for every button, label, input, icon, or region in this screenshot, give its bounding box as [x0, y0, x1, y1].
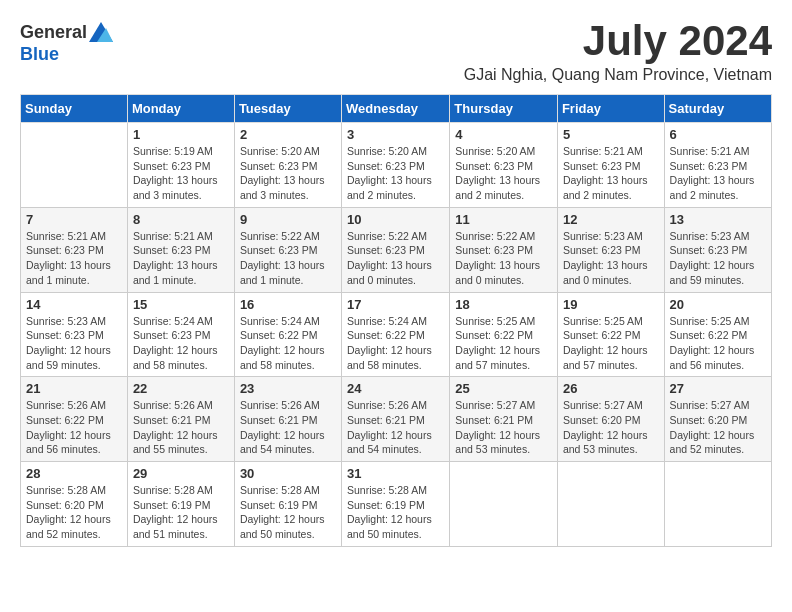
day-info: Sunrise: 5:21 AM Sunset: 6:23 PM Dayligh… [133, 229, 229, 288]
calendar-table: SundayMondayTuesdayWednesdayThursdayFrid… [20, 94, 772, 547]
calendar-week-2: 14Sunrise: 5:23 AM Sunset: 6:23 PM Dayli… [21, 292, 772, 377]
day-number: 12 [563, 212, 659, 227]
day-info: Sunrise: 5:22 AM Sunset: 6:23 PM Dayligh… [347, 229, 444, 288]
calendar-cell: 10Sunrise: 5:22 AM Sunset: 6:23 PM Dayli… [342, 207, 450, 292]
day-info: Sunrise: 5:26 AM Sunset: 6:22 PM Dayligh… [26, 398, 122, 457]
calendar-cell: 13Sunrise: 5:23 AM Sunset: 6:23 PM Dayli… [664, 207, 771, 292]
header-tuesday: Tuesday [234, 95, 341, 123]
day-number: 24 [347, 381, 444, 396]
day-info: Sunrise: 5:21 AM Sunset: 6:23 PM Dayligh… [563, 144, 659, 203]
calendar-week-1: 7Sunrise: 5:21 AM Sunset: 6:23 PM Daylig… [21, 207, 772, 292]
day-info: Sunrise: 5:23 AM Sunset: 6:23 PM Dayligh… [26, 314, 122, 373]
day-number: 19 [563, 297, 659, 312]
day-number: 25 [455, 381, 552, 396]
day-number: 4 [455, 127, 552, 142]
month-title: July 2024 [464, 20, 772, 62]
header-wednesday: Wednesday [342, 95, 450, 123]
day-number: 10 [347, 212, 444, 227]
calendar-cell: 17Sunrise: 5:24 AM Sunset: 6:22 PM Dayli… [342, 292, 450, 377]
day-number: 29 [133, 466, 229, 481]
calendar-cell: 1Sunrise: 5:19 AM Sunset: 6:23 PM Daylig… [127, 123, 234, 208]
day-info: Sunrise: 5:26 AM Sunset: 6:21 PM Dayligh… [347, 398, 444, 457]
logo-general-text: General [20, 22, 87, 43]
calendar-cell: 16Sunrise: 5:24 AM Sunset: 6:22 PM Dayli… [234, 292, 341, 377]
calendar-cell: 21Sunrise: 5:26 AM Sunset: 6:22 PM Dayli… [21, 377, 128, 462]
title-section: July 2024 GJai Nghia, Quang Nam Province… [464, 20, 772, 84]
day-info: Sunrise: 5:28 AM Sunset: 6:19 PM Dayligh… [347, 483, 444, 542]
day-info: Sunrise: 5:22 AM Sunset: 6:23 PM Dayligh… [240, 229, 336, 288]
calendar-cell: 18Sunrise: 5:25 AM Sunset: 6:22 PM Dayli… [450, 292, 558, 377]
day-number: 9 [240, 212, 336, 227]
day-number: 28 [26, 466, 122, 481]
calendar-cell: 22Sunrise: 5:26 AM Sunset: 6:21 PM Dayli… [127, 377, 234, 462]
header-friday: Friday [557, 95, 664, 123]
calendar-cell: 6Sunrise: 5:21 AM Sunset: 6:23 PM Daylig… [664, 123, 771, 208]
day-info: Sunrise: 5:20 AM Sunset: 6:23 PM Dayligh… [347, 144, 444, 203]
calendar-cell: 3Sunrise: 5:20 AM Sunset: 6:23 PM Daylig… [342, 123, 450, 208]
header-sunday: Sunday [21, 95, 128, 123]
day-number: 11 [455, 212, 552, 227]
calendar-cell: 5Sunrise: 5:21 AM Sunset: 6:23 PM Daylig… [557, 123, 664, 208]
calendar-header-row: SundayMondayTuesdayWednesdayThursdayFrid… [21, 95, 772, 123]
header-thursday: Thursday [450, 95, 558, 123]
day-info: Sunrise: 5:28 AM Sunset: 6:19 PM Dayligh… [240, 483, 336, 542]
header-monday: Monday [127, 95, 234, 123]
day-info: Sunrise: 5:27 AM Sunset: 6:20 PM Dayligh… [563, 398, 659, 457]
calendar-body: 1Sunrise: 5:19 AM Sunset: 6:23 PM Daylig… [21, 123, 772, 547]
calendar-cell: 27Sunrise: 5:27 AM Sunset: 6:20 PM Dayli… [664, 377, 771, 462]
day-number: 8 [133, 212, 229, 227]
calendar-cell [557, 462, 664, 547]
calendar-cell: 12Sunrise: 5:23 AM Sunset: 6:23 PM Dayli… [557, 207, 664, 292]
calendar-week-0: 1Sunrise: 5:19 AM Sunset: 6:23 PM Daylig… [21, 123, 772, 208]
calendar-cell: 9Sunrise: 5:22 AM Sunset: 6:23 PM Daylig… [234, 207, 341, 292]
day-info: Sunrise: 5:26 AM Sunset: 6:21 PM Dayligh… [240, 398, 336, 457]
location-text: GJai Nghia, Quang Nam Province, Vietnam [464, 66, 772, 84]
day-info: Sunrise: 5:24 AM Sunset: 6:22 PM Dayligh… [347, 314, 444, 373]
calendar-cell: 19Sunrise: 5:25 AM Sunset: 6:22 PM Dayli… [557, 292, 664, 377]
calendar-cell: 8Sunrise: 5:21 AM Sunset: 6:23 PM Daylig… [127, 207, 234, 292]
day-number: 14 [26, 297, 122, 312]
day-number: 27 [670, 381, 766, 396]
day-number: 1 [133, 127, 229, 142]
day-number: 22 [133, 381, 229, 396]
day-info: Sunrise: 5:27 AM Sunset: 6:21 PM Dayligh… [455, 398, 552, 457]
calendar-cell: 31Sunrise: 5:28 AM Sunset: 6:19 PM Dayli… [342, 462, 450, 547]
day-info: Sunrise: 5:25 AM Sunset: 6:22 PM Dayligh… [670, 314, 766, 373]
day-info: Sunrise: 5:22 AM Sunset: 6:23 PM Dayligh… [455, 229, 552, 288]
day-number: 18 [455, 297, 552, 312]
day-number: 16 [240, 297, 336, 312]
day-number: 21 [26, 381, 122, 396]
day-number: 17 [347, 297, 444, 312]
calendar-cell: 14Sunrise: 5:23 AM Sunset: 6:23 PM Dayli… [21, 292, 128, 377]
calendar-cell [21, 123, 128, 208]
day-info: Sunrise: 5:28 AM Sunset: 6:19 PM Dayligh… [133, 483, 229, 542]
day-info: Sunrise: 5:23 AM Sunset: 6:23 PM Dayligh… [670, 229, 766, 288]
calendar-cell: 24Sunrise: 5:26 AM Sunset: 6:21 PM Dayli… [342, 377, 450, 462]
logo-icon [89, 20, 113, 44]
day-info: Sunrise: 5:20 AM Sunset: 6:23 PM Dayligh… [455, 144, 552, 203]
calendar-cell [664, 462, 771, 547]
calendar-cell: 29Sunrise: 5:28 AM Sunset: 6:19 PM Dayli… [127, 462, 234, 547]
logo-blue-text: Blue [20, 44, 59, 64]
day-info: Sunrise: 5:27 AM Sunset: 6:20 PM Dayligh… [670, 398, 766, 457]
day-info: Sunrise: 5:28 AM Sunset: 6:20 PM Dayligh… [26, 483, 122, 542]
page-header: General Blue July 2024 GJai Nghia, Quang… [20, 20, 772, 84]
calendar-cell [450, 462, 558, 547]
day-info: Sunrise: 5:25 AM Sunset: 6:22 PM Dayligh… [563, 314, 659, 373]
calendar-cell: 26Sunrise: 5:27 AM Sunset: 6:20 PM Dayli… [557, 377, 664, 462]
calendar-cell: 28Sunrise: 5:28 AM Sunset: 6:20 PM Dayli… [21, 462, 128, 547]
calendar-cell: 2Sunrise: 5:20 AM Sunset: 6:23 PM Daylig… [234, 123, 341, 208]
calendar-cell: 7Sunrise: 5:21 AM Sunset: 6:23 PM Daylig… [21, 207, 128, 292]
day-number: 13 [670, 212, 766, 227]
calendar-cell: 15Sunrise: 5:24 AM Sunset: 6:23 PM Dayli… [127, 292, 234, 377]
day-info: Sunrise: 5:24 AM Sunset: 6:23 PM Dayligh… [133, 314, 229, 373]
calendar-cell: 25Sunrise: 5:27 AM Sunset: 6:21 PM Dayli… [450, 377, 558, 462]
day-number: 26 [563, 381, 659, 396]
calendar-cell: 23Sunrise: 5:26 AM Sunset: 6:21 PM Dayli… [234, 377, 341, 462]
day-number: 23 [240, 381, 336, 396]
day-number: 2 [240, 127, 336, 142]
day-info: Sunrise: 5:24 AM Sunset: 6:22 PM Dayligh… [240, 314, 336, 373]
day-number: 3 [347, 127, 444, 142]
day-number: 31 [347, 466, 444, 481]
day-info: Sunrise: 5:26 AM Sunset: 6:21 PM Dayligh… [133, 398, 229, 457]
